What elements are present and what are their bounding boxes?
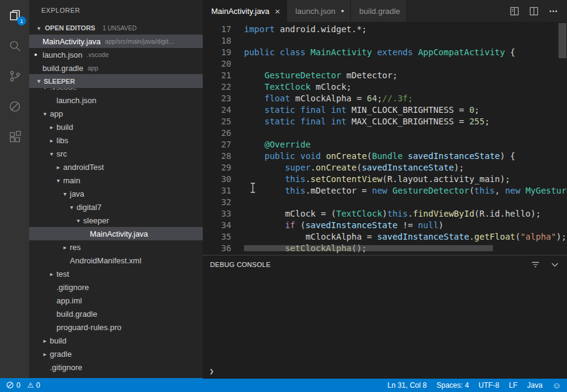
open-editor-item[interactable]: MainActivity.javaapp/src/main/java/digit… bbox=[29, 35, 203, 48]
debug-console-input[interactable]: ❯ bbox=[203, 364, 567, 379]
vertical-scrollbar[interactable] bbox=[559, 23, 566, 58]
debug-activity-button[interactable] bbox=[0, 91, 29, 121]
tree-item[interactable]: ▸androidTest bbox=[29, 160, 203, 174]
tree-item[interactable]: MainActivity.java bbox=[29, 227, 203, 240]
tree-item[interactable]: ▾main bbox=[29, 174, 203, 187]
code-line: 32 bbox=[203, 197, 567, 208]
open-editors-header[interactable]: ▾ OPEN EDITORS 1 UNSAVED bbox=[29, 21, 203, 35]
open-editor-label: build.gradle bbox=[42, 64, 83, 73]
close-icon[interactable]: × bbox=[275, 6, 280, 16]
tree-item[interactable]: proguard-rules.pro bbox=[29, 320, 203, 334]
chevron-down-icon: ▾ bbox=[34, 78, 44, 84]
tree-item[interactable]: app.iml bbox=[29, 294, 203, 307]
tree-item[interactable]: build.gradle bbox=[29, 374, 203, 378]
warning-icon: ⚠ bbox=[27, 381, 34, 390]
encoding[interactable]: UTF-8 bbox=[478, 381, 499, 390]
chevron-down-icon[interactable] bbox=[550, 260, 560, 269]
error-icon bbox=[6, 381, 14, 389]
source-control-activity-button[interactable] bbox=[0, 61, 29, 91]
chevron-right-icon: ▸ bbox=[40, 351, 50, 357]
code-line: 19public class MainActivity extends AppC… bbox=[203, 47, 567, 58]
code-text: @Override bbox=[244, 139, 311, 150]
open-editor-detail: app bbox=[87, 64, 98, 72]
tree-item-label: AndroidManifest.xml bbox=[70, 256, 141, 265]
problems-status[interactable]: 0 ⚠ 0 bbox=[6, 381, 40, 390]
chevron-right-icon: ▸ bbox=[40, 337, 50, 344]
open-editor-item[interactable]: ●launch.json.vscode bbox=[29, 48, 203, 61]
workspace-section-header[interactable]: ▾ SLEEPER bbox=[29, 74, 203, 88]
tree-item[interactable]: launch.json bbox=[29, 93, 203, 107]
tree-item[interactable]: ▸libs bbox=[29, 133, 203, 147]
tree-item-label: .gitignore bbox=[56, 283, 89, 292]
activity-bar: 1 bbox=[0, 0, 29, 378]
cursor-position[interactable]: Ln 31, Col 8 bbox=[387, 381, 427, 390]
tree-item[interactable]: .gitignore bbox=[29, 360, 203, 374]
chevron-right-icon: ▸ bbox=[47, 271, 56, 277]
tree-item[interactable]: build.gradle bbox=[29, 307, 203, 320]
feedback-smiley-icon[interactable]: ☺ bbox=[552, 380, 561, 390]
tree-item-label: java bbox=[70, 189, 84, 198]
code-text: mClockAlpha = savedInstanceState.getFloa… bbox=[244, 231, 566, 243]
open-editor-item[interactable]: build.gradleapp bbox=[29, 61, 203, 75]
open-changes-icon[interactable] bbox=[509, 6, 520, 16]
tree-item[interactable]: ▾src bbox=[29, 147, 203, 160]
tree-item[interactable]: ▸gradle bbox=[29, 347, 203, 360]
search-activity-button[interactable] bbox=[0, 30, 29, 61]
chevron-right-icon: ▸ bbox=[53, 164, 63, 171]
tree-item-label: build bbox=[50, 336, 66, 345]
tree-item[interactable]: ▾java bbox=[29, 187, 203, 200]
line-number: 29 bbox=[203, 162, 231, 174]
editor-actions bbox=[501, 0, 567, 22]
tree-item-label: MainActivity.java bbox=[90, 229, 148, 238]
line-number: 20 bbox=[203, 58, 231, 70]
tree-item[interactable]: ▸build bbox=[29, 120, 203, 133]
more-actions-icon[interactable] bbox=[548, 6, 559, 16]
line-number: 22 bbox=[203, 81, 231, 93]
tab-label: MainActivity.java bbox=[211, 7, 270, 16]
filter-icon[interactable] bbox=[531, 260, 540, 269]
tree-item-label: build.gradle bbox=[50, 376, 90, 379]
workspace-name: SLEEPER bbox=[44, 78, 75, 85]
error-count: 0 bbox=[16, 381, 21, 390]
tree-item-label: libs bbox=[56, 136, 69, 145]
panel-tab-debug-console[interactable]: DEBUG CONSOLE bbox=[210, 261, 271, 268]
tree-item-label: launch.json bbox=[56, 96, 97, 105]
prompt-chevron: ❯ bbox=[209, 367, 214, 376]
tree-item-label: digital7 bbox=[76, 203, 101, 212]
code-text: GestureDetector mDetector; bbox=[244, 70, 398, 81]
line-number: 32 bbox=[203, 197, 231, 208]
tree-item[interactable]: ▸res bbox=[29, 240, 203, 254]
code-text: this.mDetector = new GestureDetector(thi… bbox=[244, 185, 567, 197]
tree-item-label: gradle bbox=[50, 350, 72, 359]
tab-launch-json[interactable]: launch.json● bbox=[287, 0, 351, 22]
horizontal-scrollbar[interactable] bbox=[244, 245, 493, 251]
language-mode[interactable]: Java bbox=[527, 381, 542, 390]
panel-header: DEBUG CONSOLE bbox=[203, 255, 567, 274]
line-number: 36 bbox=[203, 243, 231, 254]
extensions-activity-button[interactable] bbox=[0, 121, 29, 152]
eol[interactable]: LF bbox=[509, 381, 517, 390]
indentation[interactable]: Spaces: 4 bbox=[436, 381, 469, 390]
line-number: 24 bbox=[203, 104, 231, 116]
code-line: 33 mClock = (TextClock)this.findViewById… bbox=[203, 208, 567, 220]
code-line: 27 @Override bbox=[203, 139, 567, 150]
chevron-down-icon: ▾ bbox=[60, 191, 70, 197]
tree-item[interactable]: ▸build bbox=[29, 334, 203, 347]
tree-item[interactable]: ▾digital7 bbox=[29, 200, 203, 214]
tab-mainactivity-java[interactable]: MainActivity.java× bbox=[203, 0, 287, 22]
code-text: super.onCreate(savedInstanceState); bbox=[244, 162, 464, 174]
tree-item[interactable]: .gitignore bbox=[29, 280, 203, 294]
chevron-down-icon: ▾ bbox=[40, 110, 50, 117]
tree-item[interactable]: ▾sleeper bbox=[29, 214, 203, 227]
tab-build-gradle[interactable]: build.gradle bbox=[351, 0, 407, 22]
editor-area: MainActivity.java×launch.json●build.grad… bbox=[203, 0, 567, 378]
tree-item-label: main bbox=[63, 176, 80, 185]
split-editor-icon[interactable] bbox=[529, 6, 539, 16]
code-editor[interactable]: 17import android.widget.*;1819public cla… bbox=[203, 22, 567, 255]
tree-item[interactable]: AndroidManifest.xml bbox=[29, 254, 203, 267]
code-text: public class MainActivity extends AppCom… bbox=[244, 47, 515, 58]
tree-item[interactable]: ▸test bbox=[29, 267, 203, 280]
chevron-right-icon: ▸ bbox=[47, 124, 56, 130]
explorer-activity-button[interactable]: 1 bbox=[0, 0, 29, 30]
tree-item[interactable]: ▾app bbox=[29, 107, 203, 120]
